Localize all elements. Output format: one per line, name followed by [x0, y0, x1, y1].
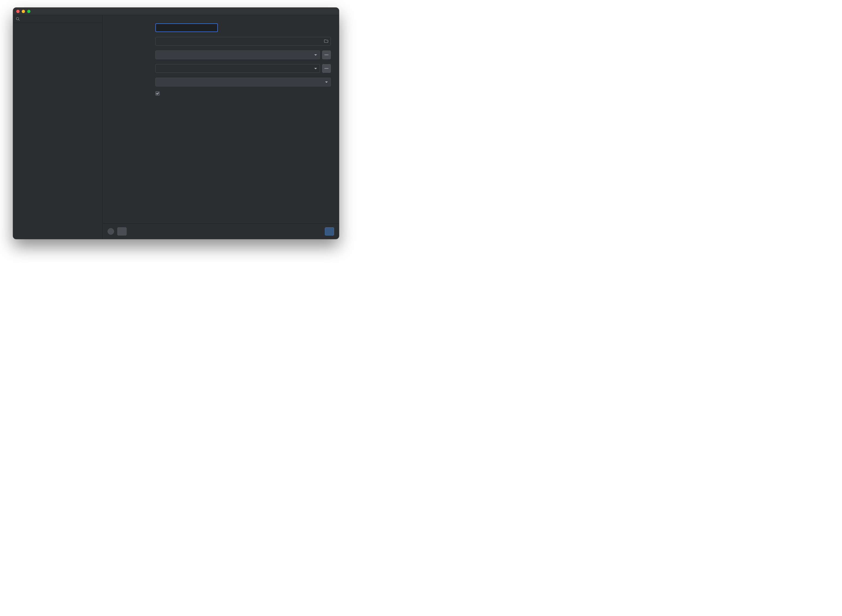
chevron-down-icon [314, 54, 317, 56]
sidebar-tree [13, 23, 103, 239]
location-input[interactable] [155, 37, 331, 45]
svg-point-0 [16, 18, 19, 20]
svg-point-7 [327, 68, 329, 69]
folder-icon[interactable] [324, 39, 329, 44]
vite-select[interactable] [155, 64, 320, 73]
main-panel [103, 15, 339, 239]
ellipsis-icon [324, 68, 329, 69]
project-name-input[interactable] [155, 23, 218, 32]
svg-point-4 [327, 54, 329, 56]
svg-point-6 [326, 68, 327, 69]
template-select[interactable] [155, 78, 331, 87]
svg-point-3 [326, 54, 327, 56]
check-icon [156, 92, 159, 95]
svg-point-5 [325, 68, 326, 69]
window-minimize-icon[interactable] [22, 10, 25, 13]
chevron-down-icon [314, 68, 317, 69]
vite-browse-button[interactable] [322, 64, 331, 73]
window-zoom-icon[interactable] [27, 10, 31, 13]
ellipsis-icon [324, 54, 329, 56]
sidebar-search[interactable] [13, 15, 103, 23]
sidebar [13, 15, 103, 239]
svg-point-2 [325, 54, 326, 56]
use-typescript-checkbox[interactable] [155, 91, 160, 95]
chevron-down-icon [325, 82, 328, 83]
node-interpreter-browse-button[interactable] [322, 50, 331, 59]
new-project-dialog [13, 7, 339, 239]
window-close-icon[interactable] [16, 10, 19, 13]
node-interpreter-select[interactable] [155, 50, 320, 59]
dialog-footer [103, 223, 339, 239]
svg-line-1 [19, 19, 19, 21]
help-button[interactable] [107, 228, 114, 235]
search-icon [16, 17, 20, 21]
create-button[interactable] [325, 227, 334, 236]
titlebar [13, 7, 339, 15]
generators-section-header [13, 26, 103, 34]
cancel-button[interactable] [117, 227, 126, 236]
